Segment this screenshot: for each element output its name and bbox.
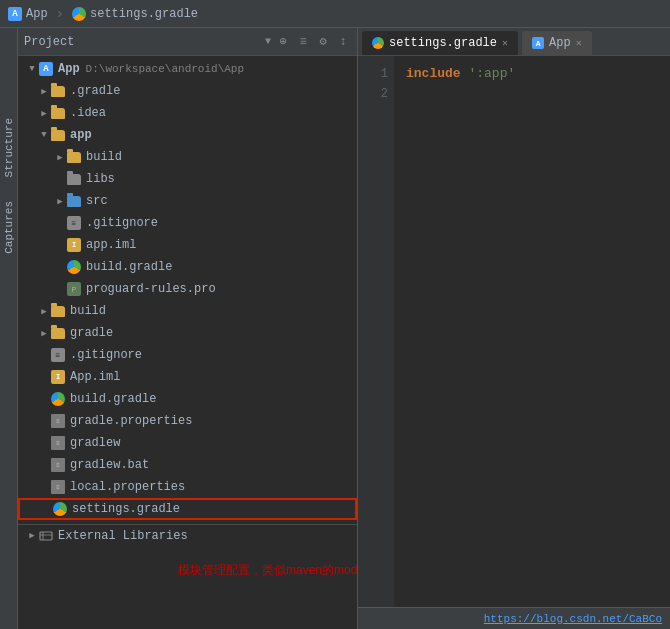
app-string: ':app' xyxy=(468,64,515,84)
code-line-2 xyxy=(406,84,658,104)
app-iml-root-icon: I xyxy=(50,369,66,385)
build-gradle-root-label: build.gradle xyxy=(70,392,156,406)
gitignore-root-label: .gitignore xyxy=(70,348,142,362)
build-gradle-app-item[interactable]: build.gradle xyxy=(18,256,357,278)
gitignore-root-item[interactable]: ≡ .gitignore xyxy=(18,344,357,366)
build-sub-label: build xyxy=(86,150,122,164)
app-iml-item[interactable]: I app.iml xyxy=(18,234,357,256)
bottom-bar: https://blog.csdn.net/CaBCo xyxy=(358,607,670,629)
dropdown-arrow-icon[interactable]: ▼ xyxy=(265,36,271,47)
idea-folder-item[interactable]: .idea xyxy=(18,102,357,124)
proguard-label: proguard-rules.pro xyxy=(86,282,216,296)
build-gradle-app-label: build.gradle xyxy=(86,260,172,274)
code-content[interactable]: include ':app' xyxy=(394,56,670,607)
settings-gradle-icon xyxy=(52,501,68,517)
toolbar-btn-2[interactable]: ≡ xyxy=(295,34,311,50)
url-label[interactable]: https://blog.csdn.net/CaBCo xyxy=(484,613,662,625)
libs-item[interactable]: libs xyxy=(18,168,357,190)
app-tab-label: App xyxy=(549,36,571,50)
build-root-label: build xyxy=(70,304,106,318)
libs-icon xyxy=(66,171,82,187)
settings-gradle-label: settings.gradle xyxy=(72,502,180,516)
gitignore-app-label: .gitignore xyxy=(86,216,158,230)
src-arrow xyxy=(54,195,66,207)
toolbar-btn-3[interactable]: ⚙ xyxy=(315,34,331,50)
idea-folder-label: .idea xyxy=(70,106,106,120)
structure-tab[interactable]: Structure xyxy=(1,112,17,183)
app-iml-label: app.iml xyxy=(86,238,136,252)
build-root-item[interactable]: build xyxy=(18,300,357,322)
app-tab[interactable]: A App ✕ xyxy=(522,31,592,55)
gradle-properties-item[interactable]: ≡ gradle.properties xyxy=(18,410,357,432)
gradlew-label: gradlew xyxy=(70,436,120,450)
app-arrow-icon xyxy=(38,129,50,141)
gitignore-app-item[interactable]: ≡ .gitignore xyxy=(18,212,357,234)
settings-gradle-tab[interactable]: settings.gradle ✕ xyxy=(362,31,518,55)
tree-root-item[interactable]: A App D:\workspace\android\App xyxy=(18,58,357,80)
app-icon: A xyxy=(8,7,22,21)
app-tab-icon: A xyxy=(532,37,544,49)
editor-area[interactable]: 1 2 include ':app' xyxy=(358,56,670,607)
app-iml-root-item[interactable]: I App.iml xyxy=(18,366,357,388)
gradlew-bat-icon: ≡ xyxy=(50,457,66,473)
build-gradle-root-item[interactable]: build.gradle xyxy=(18,388,357,410)
captures-tab[interactable]: Captures xyxy=(1,195,17,260)
ext-libraries-arrow xyxy=(26,530,38,542)
line-num-1: 1 xyxy=(364,64,388,84)
settings-gradle-tab-close[interactable]: ✕ xyxy=(502,37,508,49)
gradle-folder-icon xyxy=(50,83,66,99)
settings-gradle-item[interactable]: settings.gradle xyxy=(18,498,357,520)
ext-libraries-item[interactable]: External Libraries xyxy=(18,524,357,546)
proguard-item[interactable]: P proguard-rules.pro xyxy=(18,278,357,300)
src-icon xyxy=(66,193,82,209)
title-separator: › xyxy=(56,6,64,22)
gitignore-root-icon: ≡ xyxy=(50,347,66,363)
gradle-title-item: settings.gradle xyxy=(72,7,198,21)
src-item[interactable]: src xyxy=(18,190,357,212)
gradlew-item[interactable]: ≡ gradlew xyxy=(18,432,357,454)
line-num-2: 2 xyxy=(364,84,388,104)
root-label: App xyxy=(58,62,80,76)
app-folder-item[interactable]: app xyxy=(18,124,357,146)
local-properties-item[interactable]: ≡ local.properties xyxy=(18,476,357,498)
gradle-root-arrow xyxy=(38,327,50,339)
gradle-properties-icon: ≡ xyxy=(50,413,66,429)
build-gradle-root-icon xyxy=(50,391,66,407)
toolbar-btn-1[interactable]: ⊕ xyxy=(275,34,291,50)
app-title-item: A App xyxy=(8,7,48,21)
idea-arrow-icon xyxy=(38,107,50,119)
settings-gradle-tab-label: settings.gradle xyxy=(389,36,497,50)
panel-toolbar: Project ▼ ⊕ ≡ ⚙ ↕ xyxy=(18,28,357,56)
gradlew-icon: ≡ xyxy=(50,435,66,451)
gradle-folder-item[interactable]: .gradle xyxy=(18,80,357,102)
root-path: D:\workspace\android\App xyxy=(86,63,244,75)
root-arrow-icon xyxy=(26,63,38,75)
gradle-root-label: gradle xyxy=(70,326,113,340)
gradle-arrow-icon xyxy=(38,85,50,97)
file-tree: A App D:\workspace\android\App .gradle xyxy=(18,56,357,629)
gradle-folder-label: .gradle xyxy=(70,84,120,98)
gradlew-bat-label: gradlew.bat xyxy=(70,458,149,472)
annotation-label: 模块管理配置，类似maven的module聚合 xyxy=(178,562,357,579)
app-folder-icon xyxy=(50,127,66,143)
app-folder-label: app xyxy=(70,128,92,142)
gradle-title-icon xyxy=(72,7,86,21)
build-sub-item[interactable]: build xyxy=(18,146,357,168)
settings-gradle-tab-icon xyxy=(372,37,384,49)
proguard-icon: P xyxy=(66,281,82,297)
local-properties-icon: ≡ xyxy=(50,479,66,495)
toolbar-btn-4[interactable]: ↕ xyxy=(335,34,351,50)
main-layout: Structure Captures Project ▼ ⊕ ≡ ⚙ ↕ A A… xyxy=(0,28,670,629)
gitignore-app-icon: ≡ xyxy=(66,215,82,231)
idea-folder-icon xyxy=(50,105,66,121)
gradle-root-item[interactable]: gradle xyxy=(18,322,357,344)
gradle-title-label: settings.gradle xyxy=(90,7,198,21)
line-numbers: 1 2 xyxy=(358,56,394,607)
root-app-icon: A xyxy=(38,61,54,77)
editor-panel: settings.gradle ✕ A App ✕ 1 2 include ':… xyxy=(358,28,670,629)
gradlew-bat-item[interactable]: ≡ gradlew.bat xyxy=(18,454,357,476)
include-keyword: include xyxy=(406,64,461,84)
build-sub-icon xyxy=(66,149,82,165)
app-tab-close[interactable]: ✕ xyxy=(576,37,582,49)
title-bar: A App › settings.gradle xyxy=(0,0,670,28)
